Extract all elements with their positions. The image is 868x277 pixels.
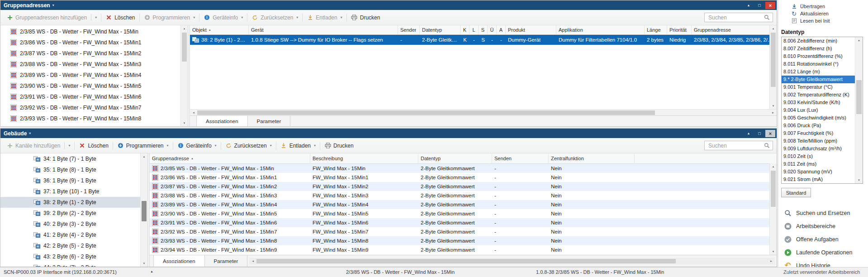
- group-address-item[interactable]: 2/3/93 WS - DB - Wetter - FW_Wind Max - …: [0, 113, 180, 124]
- scroll-right-icon[interactable]: ►: [769, 111, 777, 114]
- search-icon[interactable]: [764, 14, 770, 21]
- column-header-objekt[interactable]: Objekt▲: [190, 25, 249, 34]
- horizontal-scrollbar[interactable]: ◄ ►: [190, 109, 777, 115]
- datatype-option[interactable]: 9.007 Feuchtigkeit (%): [782, 129, 855, 137]
- datatype-option[interactable]: 9.006 Druck (Pa): [782, 122, 855, 129]
- column-header-gruppenadresse[interactable]: Gruppenadresse: [692, 25, 777, 34]
- chevron-down-icon[interactable]: ▾: [241, 15, 243, 19]
- reset-button[interactable]: Zurücksetzen ▾: [223, 140, 274, 151]
- search-input[interactable]: [707, 14, 764, 21]
- panel-title-group-addresses[interactable]: Gruppenadressen ▾: [4, 2, 54, 9]
- datatype-option[interactable]: 9.011 Zeit (ms): [782, 160, 855, 168]
- table-row[interactable]: 2/3/92 WS - DB - Wetter - FW_Wind Max - …: [150, 227, 777, 236]
- scroll-down-icon[interactable]: ▼: [770, 248, 777, 255]
- datatype-option[interactable]: 8.006 Zeitdifferenz (min): [782, 37, 855, 45]
- tab-assoziationen[interactable]: Assoziationen: [196, 116, 248, 126]
- column-header-zentralfunktion[interactable]: Zentralfunktion: [549, 153, 635, 163]
- add-group-addresses-button[interactable]: Gruppenadressen hinzufügen ▾: [4, 12, 99, 23]
- scroll-left-icon[interactable]: ◄: [249, 260, 256, 263]
- group-address-item[interactable]: 2/3/86 WS - DB - Wetter - FW_Wind Max - …: [0, 37, 180, 48]
- sidebar-nav-suchen-und-ersetzen[interactable]: Suchen und Ersetzen: [781, 206, 868, 220]
- object-item[interactable]: 43: 2 Byte (6) - 2 Byte: [0, 251, 140, 262]
- scroll-down-icon[interactable]: ▼: [181, 120, 188, 126]
- object-item[interactable]: 38: 2 Byte (1) - 2 Byte: [0, 197, 140, 208]
- add-channels-button[interactable]: Kanäle hinzufügen ▾: [4, 140, 72, 151]
- panel-title-buildings[interactable]: Gebäude ▾: [4, 130, 31, 137]
- group-address-item[interactable]: 2/3/91 WS - DB - Wetter - FW_Wind Max - …: [0, 91, 180, 102]
- sidebar-nav-laufende-operationen[interactable]: Laufende Operationen: [781, 246, 868, 259]
- vertical-scrollbar[interactable]: ▲ ▼: [180, 25, 188, 126]
- scroll-up-icon[interactable]: ▲: [855, 37, 863, 43]
- datatype-option[interactable]: 9.020 Spannung (mV): [782, 168, 855, 176]
- column-header-senden[interactable]: Senden: [492, 153, 549, 163]
- program-button[interactable]: Programmieren ▾: [142, 12, 198, 23]
- group-address-item[interactable]: 2/3/92 WS - DB - Wetter - FW_Wind Max - …: [0, 102, 180, 113]
- datatype-option[interactable]: 9.009 Luftdurchsatz (m³/h): [782, 145, 855, 153]
- horizontal-scrollbar[interactable]: ◄ ►: [249, 258, 775, 264]
- datatype-option[interactable]: 9.021 Strom (mA): [782, 176, 855, 183]
- device-info-button[interactable]: Geräteinfo ▾: [201, 12, 245, 23]
- table-row[interactable]: 2/3/87 WS - DB - Wetter - FW_Wind Max - …: [150, 182, 777, 191]
- datatype-option[interactable]: 8.011 Rotationswinkel (°): [782, 60, 855, 68]
- sidebar-nav-offene-aufgaben[interactable]: Offene Aufgaben: [781, 233, 868, 246]
- datatype-option[interactable]: 9.010 Zeit (s): [782, 153, 855, 160]
- table-row[interactable]: 2/3/93 WS - DB - Wetter - FW_Wind Max - …: [150, 236, 777, 245]
- group-address-item[interactable]: 2/3/87 WS - DB - Wetter - FW_Wind Max - …: [0, 48, 180, 59]
- scrollbar-thumb[interactable]: [197, 110, 655, 115]
- datatype-option[interactable]: 9.* 2-Byte Gleitkommawert: [782, 76, 855, 83]
- table-row[interactable]: 2/3/94 WS - DB - Wetter - FW_Wind Max - …: [150, 245, 777, 254]
- column-header-ger-t[interactable]: Gerät: [249, 25, 398, 34]
- column-header-datentyp[interactable]: Datentyp: [418, 153, 492, 163]
- scroll-up-icon[interactable]: ▲: [770, 163, 777, 170]
- scroll-down-icon[interactable]: ▼: [855, 177, 863, 183]
- object-item[interactable]: 37: 1 Byte (10) - 1 Byte: [0, 186, 140, 197]
- scroll-left-icon[interactable]: ◄: [190, 111, 197, 114]
- scroll-down-icon[interactable]: ▼: [770, 103, 777, 109]
- association-row-selected[interactable]: 38: 2 Byte (1) - 2 Byte1.0.8 Stiege SW -…: [190, 35, 777, 45]
- column-header-k[interactable]: K: [460, 25, 470, 34]
- group-address-item[interactable]: 2/3/89 WS - DB - Wetter - FW_Wind Max - …: [0, 70, 180, 81]
- datatype-option[interactable]: 9.005 Geschwindigkeit (m/s): [782, 114, 855, 122]
- column-header-datentyp[interactable]: Datentyp: [420, 25, 460, 34]
- datatype-option[interactable]: 9.003 Kelvin/Stunde (K/h): [782, 99, 855, 106]
- scrollbar-thumb[interactable]: [771, 171, 776, 207]
- table-row[interactable]: 2/3/86 WS - DB - Wetter - FW_Wind Max - …: [150, 173, 777, 182]
- table-row[interactable]: 2/3/88 WS - DB - Wetter - FW_Wind Max - …: [150, 191, 777, 200]
- expand-statusbar-icon[interactable]: ▲: [150, 270, 153, 273]
- object-item[interactable]: 36: 1 Byte (9) - 1 Byte: [0, 175, 140, 186]
- table-row[interactable]: 2/3/85 WS - DB - Wetter - FW_Wind Max - …: [150, 164, 777, 173]
- print-button[interactable]: Drucken: [349, 12, 383, 23]
- scrollbar-thumb[interactable]: [256, 259, 675, 263]
- search-input[interactable]: [707, 142, 764, 149]
- chevron-down-icon[interactable]: ▾: [167, 143, 169, 148]
- sidebar-nav-arbeitsbereiche[interactable]: Arbeitsbereiche: [781, 220, 868, 233]
- column-header-a[interactable]: A: [497, 25, 506, 34]
- scroll-up-icon[interactable]: ▲: [141, 153, 147, 160]
- sidebar-action-bertragen[interactable]: Übertragen: [781, 3, 868, 10]
- table-row[interactable]: 2/3/89 WS - DB - Wetter - FW_Wind Max - …: [150, 200, 777, 209]
- search-box[interactable]: [704, 13, 773, 22]
- datatype-option[interactable]: 9.004 Lux (Lux): [782, 106, 855, 114]
- delete-button[interactable]: Löschen: [76, 140, 110, 151]
- object-item[interactable]: 34: 1 Byte (7) - 1 Byte: [0, 153, 140, 164]
- object-item[interactable]: 39: 2 Byte (2) - 2 Byte: [0, 208, 140, 219]
- column-header-produkt[interactable]: Produkt: [506, 25, 556, 34]
- chevron-down-icon[interactable]: ▾: [341, 15, 342, 19]
- sidebar-action-lesen-bei-init[interactable]: Lesen bei Init: [781, 17, 868, 24]
- vertical-scrollbar[interactable]: ▲ ▼: [769, 25, 777, 109]
- scrollbar-thumb[interactable]: [142, 201, 147, 221]
- collapse-panel-button[interactable]: ▲: [744, 2, 754, 9]
- standard-button[interactable]: Standard: [781, 188, 811, 197]
- chevron-down-icon[interactable]: ▾: [193, 15, 195, 19]
- delete-button[interactable]: Löschen: [103, 12, 137, 23]
- tab-parameter[interactable]: Parameter: [205, 255, 248, 267]
- object-item[interactable]: 40: 2 Byte (3) - 2 Byte: [0, 219, 140, 229]
- scroll-down-icon[interactable]: ▼: [141, 260, 147, 267]
- datatype-option[interactable]: 9.008 Teile/Million (ppm): [782, 137, 855, 145]
- chevron-down-icon[interactable]: ▾: [68, 143, 70, 148]
- maximize-panel-button[interactable]: □: [754, 130, 764, 137]
- reset-button[interactable]: Zurücksetzen ▾: [249, 12, 300, 23]
- scroll-up-icon[interactable]: ▲: [770, 25, 777, 32]
- datatype-option[interactable]: 8.010 Prozentdifferenz (%): [782, 53, 855, 60]
- scrollbar-thumb[interactable]: [856, 80, 862, 114]
